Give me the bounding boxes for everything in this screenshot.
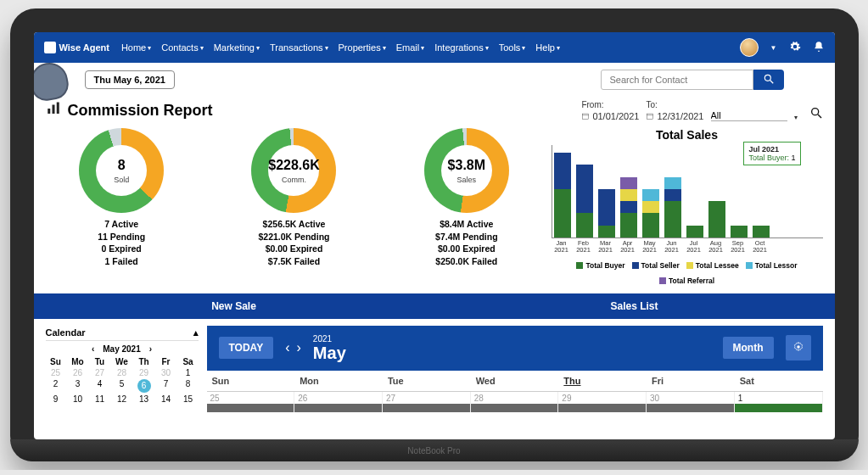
nav-integrations[interactable]: Integrations ▾ [434,42,488,53]
to-label: To: [646,100,703,109]
nav-properties[interactable]: Properties ▾ [339,42,386,53]
current-date-badge[interactable]: Thu May 6, 2021 [85,70,175,89]
top-nav: Wise Agent Home ▾Contacts ▾Marketing ▾Tr… [34,32,835,63]
gear-icon[interactable] [789,41,801,54]
x-tick: Feb 2021 [575,240,592,254]
search-icon[interactable] [809,106,823,121]
calendar-settings-button[interactable] [786,335,811,360]
big-cal-cell[interactable]: 1 [735,392,823,412]
cal-day[interactable]: 10 [68,394,88,404]
bar-col [554,153,571,238]
svg-rect-7 [647,114,654,120]
big-cal-cell[interactable]: 28 [471,392,559,412]
cal-day[interactable]: 27 [90,368,110,377]
chevron-down-icon: ▾ [383,44,386,52]
nav-tools[interactable]: Tools ▾ [499,42,526,53]
nav-marketing[interactable]: Marketing ▾ [214,42,260,53]
prev-month-icon[interactable]: ‹ [92,344,94,354]
cal-day-header: We [112,357,132,366]
nav-email[interactable]: Email ▾ [396,42,425,53]
donut-2: $3.8MSales$8.4M Active$7.4M Pending$0.00… [424,128,509,285]
cal-day[interactable]: 26 [68,368,88,377]
cal-day[interactable]: 9 [46,394,66,404]
next-month-icon[interactable]: › [149,344,152,354]
big-cal-cell[interactable]: 25 [207,392,295,412]
big-cal-cell[interactable]: 29 [558,392,647,412]
big-cal-day-header: Fri [647,371,735,392]
avatar[interactable] [740,38,759,57]
nav-contacts[interactable]: Contacts ▾ [161,42,203,53]
chevron-down-icon: ▾ [148,44,151,52]
cal-day[interactable]: 14 [156,394,176,404]
cal-day[interactable]: 30 [156,368,176,377]
chart-tooltip: Jul 2021 Total Buyer: 1 [743,142,800,165]
svg-rect-5 [583,114,590,120]
new-sale-button[interactable]: New Sale [34,293,434,319]
big-cal-cell[interactable]: 26 [294,392,383,412]
search-input[interactable] [601,70,753,90]
cal-day[interactable]: 12 [112,394,132,404]
sub-bar: Thu May 6, 2021 [34,63,835,97]
big-cal-cell[interactable]: 27 [383,392,471,412]
cal-day[interactable]: 4 [90,379,110,393]
big-cal-day-header: Mon [294,371,383,392]
nav-transactions[interactable]: Transactions ▾ [270,42,328,53]
cal-day[interactable]: 11 [90,394,110,404]
bar-col [753,226,770,238]
cal-day[interactable]: 25 [46,368,66,377]
nav-help[interactable]: Help ▾ [535,42,560,53]
calendar-title: Calendar [46,327,86,338]
month-view-button[interactable]: Month [723,337,774,359]
cal-day[interactable]: 6 [134,379,154,393]
big-cal-day-header: Wed [471,371,559,392]
x-tick: Mar 2021 [597,240,614,254]
svg-rect-2 [48,109,50,114]
owl-mascot-icon [34,60,70,103]
legend-item: Total Buyer [576,261,624,270]
avatar-caret-icon[interactable]: ▼ [770,44,777,52]
x-tick: Oct 2021 [752,240,769,254]
cal-day-header: Su [46,357,66,366]
cal-day-header: Sa [178,357,199,366]
filter-select[interactable] [711,110,787,121]
cal-prev-icon[interactable]: ‹ [285,340,289,355]
donut-1: $228.6KComm.$256.5K Active$221.0K Pendin… [251,128,336,285]
svg-point-0 [764,75,770,81]
chevron-down-icon: ▾ [794,114,798,121]
today-button[interactable]: TODAY [219,337,274,359]
big-cal-cell[interactable]: 30 [647,392,735,412]
calendar-icon [646,112,654,120]
cal-month: May [313,344,346,362]
bar-col [642,189,659,238]
from-date[interactable]: 01/01/2021 [581,111,639,121]
cal-day-header: Fr [156,357,176,366]
donut-0: 8Sold7 Active11 Pending0 Expired1 Failed [79,128,164,285]
chevron-down-icon: ▾ [200,44,204,52]
cal-day[interactable]: 28 [112,368,132,377]
nav-home[interactable]: Home ▾ [121,42,151,53]
svg-line-10 [818,115,821,118]
svg-point-11 [797,345,800,349]
cal-day[interactable]: 29 [134,368,154,377]
bar-col [731,226,748,238]
cal-day[interactable]: 3 [68,379,88,393]
svg-rect-3 [52,105,54,115]
brand-logo[interactable]: Wise Agent [44,42,109,53]
sales-list-button[interactable]: Sales List [434,293,835,319]
cal-day[interactable]: 13 [134,394,154,404]
bell-icon[interactable] [813,41,825,54]
cal-day[interactable]: 1 [178,368,199,377]
caret-up-icon[interactable]: ▴ [193,327,199,338]
cal-day[interactable]: 8 [178,379,199,393]
calendar-icon [581,112,590,120]
cal-day[interactable]: 5 [112,379,132,393]
legend-item: Total Referral [659,277,714,285]
search-button[interactable] [753,70,784,90]
big-cal-day-header: Sun [207,371,295,392]
report-title: Commission Report [68,102,213,120]
to-date[interactable]: 12/31/2021 [646,111,703,121]
cal-day[interactable]: 15 [178,394,199,404]
cal-day[interactable]: 2 [46,379,66,393]
cal-day[interactable]: 7 [156,379,176,393]
cal-next-icon[interactable]: › [297,340,301,355]
